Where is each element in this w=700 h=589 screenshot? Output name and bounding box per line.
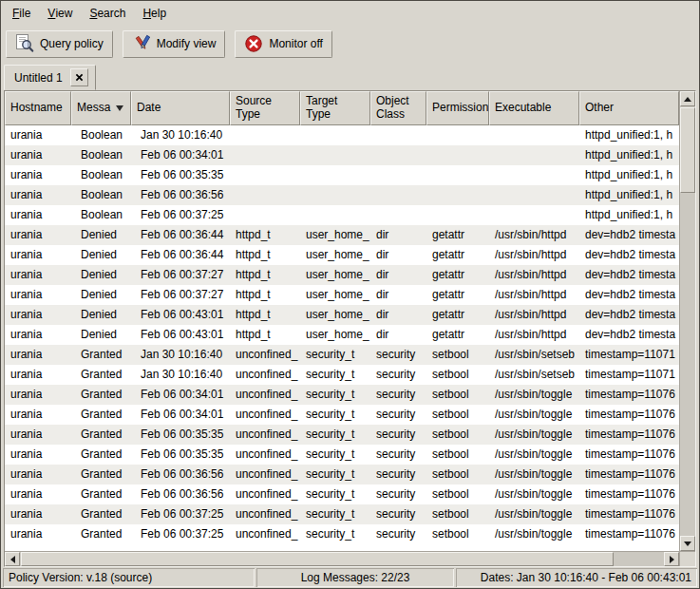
table-row[interactable]: uraniaGrantedFeb 06 00:36:56unconfined_s… bbox=[5, 484, 679, 504]
cell-permission bbox=[426, 165, 489, 185]
table-row[interactable]: uraniaDeniedFeb 06 00:43:01httpd_tuser_h… bbox=[5, 305, 679, 325]
cell-object-class: dir bbox=[370, 245, 426, 265]
monitor-off-icon bbox=[244, 34, 263, 53]
column-header-permission[interactable]: Permission bbox=[426, 91, 489, 125]
monitor-off-button[interactable]: Monitor off bbox=[235, 30, 331, 58]
column-header-other[interactable]: Other bbox=[579, 91, 679, 125]
cell-source-type: httpd_t bbox=[230, 265, 300, 285]
cell-hostname: urania bbox=[5, 165, 71, 185]
cell-permission: getattr bbox=[426, 325, 489, 345]
cell-date: Feb 06 00:34:01 bbox=[131, 385, 230, 405]
cell-date: Feb 06 00:37:25 bbox=[131, 205, 230, 225]
column-header-source-type[interactable]: Source Type bbox=[230, 91, 300, 125]
cell-message: Granted bbox=[71, 425, 131, 445]
table-row[interactable]: uraniaGrantedFeb 06 00:35:35unconfined_s… bbox=[5, 425, 679, 445]
table-row[interactable]: uraniaGrantedFeb 06 00:34:01unconfined_s… bbox=[5, 405, 679, 425]
cell-permission: setbool bbox=[426, 504, 489, 524]
cell-source-type: httpd_t bbox=[230, 225, 300, 245]
vertical-scrollbar-trough[interactable] bbox=[680, 106, 695, 536]
menu-help[interactable]: Help bbox=[134, 1, 175, 26]
cell-object-class: security bbox=[370, 345, 426, 365]
cell-object-class: dir bbox=[370, 325, 426, 345]
column-header-target-type[interactable]: Target Type bbox=[300, 91, 370, 125]
modify-view-button[interactable]: Modify view bbox=[123, 30, 226, 58]
tab-untitled-1[interactable]: Untitled 1 bbox=[4, 65, 96, 90]
menu-view[interactable]: View bbox=[39, 1, 81, 26]
table-header: HostnameMessaDateSource TypeTarget TypeO… bbox=[5, 91, 679, 125]
cell-source-type: unconfined_ bbox=[230, 345, 300, 365]
table-row[interactable]: uraniaGrantedFeb 06 00:35:35unconfined_s… bbox=[5, 445, 679, 465]
scroll-up-button[interactable] bbox=[680, 91, 695, 106]
scroll-left-button[interactable] bbox=[5, 552, 20, 566]
cell-executable: /usr/sbin/httpd bbox=[489, 225, 579, 245]
column-header-object-class[interactable]: Object Class bbox=[370, 91, 426, 125]
vertical-scrollbar-thumb[interactable] bbox=[680, 107, 695, 193]
menu-search[interactable]: Search bbox=[81, 1, 134, 26]
cell-source-type bbox=[230, 205, 300, 225]
horizontal-scrollbar-thumb[interactable] bbox=[21, 552, 614, 566]
table-row[interactable]: uraniaDeniedFeb 06 00:37:27httpd_tuser_h… bbox=[5, 265, 679, 285]
cell-executable: /usr/sbin/httpd bbox=[489, 325, 579, 345]
cell-date: Feb 06 00:36:44 bbox=[131, 245, 230, 265]
cell-object-class: security bbox=[370, 405, 426, 425]
menu-file[interactable]: File bbox=[4, 1, 39, 26]
column-header-executable[interactable]: Executable bbox=[489, 91, 579, 125]
column-header-label: Source Type bbox=[236, 95, 294, 122]
table-row[interactable]: uraniaGrantedFeb 06 00:37:25unconfined_s… bbox=[5, 524, 679, 544]
table-row[interactable]: uraniaGrantedJan 30 10:16:40unconfined_s… bbox=[5, 345, 679, 365]
cell-message: Granted bbox=[71, 345, 131, 365]
table-row[interactable]: uraniaDeniedFeb 06 00:43:01httpd_tuser_h… bbox=[5, 325, 679, 345]
close-icon bbox=[75, 70, 84, 85]
cell-target-type: user_home_ bbox=[300, 245, 370, 265]
vertical-scrollbar[interactable] bbox=[679, 91, 695, 551]
cell-message: Granted bbox=[71, 524, 131, 544]
cell-hostname: urania bbox=[5, 265, 71, 285]
cell-message: Denied bbox=[71, 285, 131, 305]
cell-hostname: urania bbox=[5, 305, 71, 325]
cell-date: Feb 06 00:34:01 bbox=[131, 405, 230, 425]
cell-source-type: unconfined_ bbox=[230, 385, 300, 405]
query-policy-button[interactable]: Query policy bbox=[6, 30, 113, 58]
tab-close-button[interactable] bbox=[70, 68, 88, 86]
column-header-messa[interactable]: Messa bbox=[71, 91, 131, 125]
cell-message: Granted bbox=[71, 445, 131, 465]
table-row[interactable]: uraniaBooleanFeb 06 00:37:25httpd_unifie… bbox=[5, 205, 679, 225]
cell-other: dev=hdb2 timesta bbox=[579, 245, 679, 265]
toolbar-button-label: Monitor off bbox=[269, 37, 322, 50]
cell-source-type: httpd_t bbox=[230, 325, 300, 345]
cell-message: Denied bbox=[71, 325, 131, 345]
table-row[interactable]: uraniaGrantedFeb 06 00:37:25unconfined_s… bbox=[5, 504, 679, 524]
table-row[interactable]: uraniaDeniedFeb 06 00:37:27httpd_tuser_h… bbox=[5, 285, 679, 305]
table-row[interactable]: uraniaDeniedFeb 06 00:36:44httpd_tuser_h… bbox=[5, 245, 679, 265]
scroll-down-button[interactable] bbox=[680, 536, 695, 551]
cell-permission bbox=[426, 205, 489, 225]
table-row[interactable]: uraniaGrantedFeb 06 00:34:01unconfined_s… bbox=[5, 385, 679, 405]
cell-other: timestamp=11071 bbox=[579, 365, 679, 385]
table-row[interactable]: uraniaGrantedFeb 06 00:36:56unconfined_s… bbox=[5, 465, 679, 484]
cell-other: httpd_unified:1, h bbox=[579, 145, 679, 165]
table-row[interactable]: uraniaBooleanFeb 06 00:34:01httpd_unifie… bbox=[5, 145, 679, 165]
table-row[interactable]: uraniaBooleanFeb 06 00:35:35httpd_unifie… bbox=[5, 165, 679, 185]
scroll-right-button[interactable] bbox=[664, 552, 679, 566]
cell-hostname: urania bbox=[5, 445, 71, 465]
cell-target-type: security_t bbox=[300, 425, 370, 445]
table-row[interactable]: uraniaBooleanJan 30 10:16:40httpd_unifie… bbox=[5, 125, 679, 145]
column-header-date[interactable]: Date bbox=[131, 91, 230, 125]
menu-bar: FileViewSearchHelp bbox=[1, 1, 699, 26]
table-row[interactable]: uraniaBooleanFeb 06 00:36:56httpd_unifie… bbox=[5, 185, 679, 205]
column-header-label: Target Type bbox=[306, 95, 365, 122]
log-table: HostnameMessaDateSource TypeTarget TypeO… bbox=[4, 90, 696, 567]
cell-object-class bbox=[370, 125, 426, 145]
column-header-hostname[interactable]: Hostname bbox=[5, 91, 71, 125]
cell-target-type: user_home_ bbox=[300, 305, 370, 325]
table-row[interactable]: uraniaDeniedFeb 06 00:36:44httpd_tuser_h… bbox=[5, 225, 679, 245]
status-dates: Dates: Jan 30 10:16:40 - Feb 06 00:43:01 bbox=[456, 568, 697, 587]
cell-other: httpd_unified:1, h bbox=[579, 205, 679, 225]
cell-permission: getattr bbox=[426, 305, 489, 325]
scrollbar-corner bbox=[679, 551, 695, 566]
horizontal-scrollbar[interactable] bbox=[5, 551, 679, 566]
horizontal-scrollbar-trough[interactable] bbox=[20, 552, 664, 566]
sort-desc-icon bbox=[116, 105, 123, 111]
toolbar: Query policyModify viewMonitor off bbox=[1, 26, 699, 62]
table-row[interactable]: uraniaGrantedJan 30 10:16:40unconfined_s… bbox=[5, 365, 679, 385]
